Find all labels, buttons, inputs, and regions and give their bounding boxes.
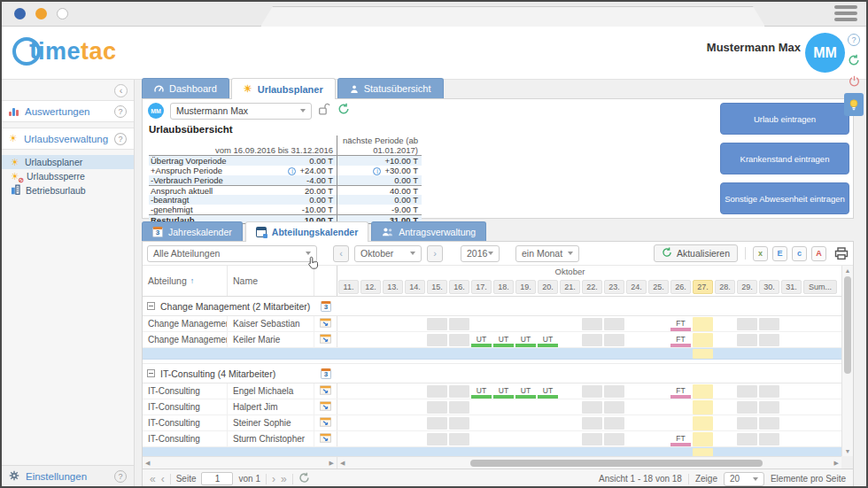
calendar-day-cell[interactable] — [537, 399, 559, 415]
calendar-day-cell[interactable] — [692, 431, 714, 447]
refresh-button[interactable]: Aktualisieren — [654, 244, 738, 262]
day-header-today[interactable]: 27. — [692, 280, 714, 294]
calendar-day-cell[interactable] — [603, 447, 625, 456]
calendar-day-cell[interactable] — [603, 415, 625, 431]
calendar-day-cell[interactable] — [360, 316, 382, 332]
calendar-day-cell[interactable] — [360, 399, 382, 415]
calendar-day-cell[interactable]: UT — [515, 383, 537, 399]
calendar-day-cell[interactable] — [337, 383, 360, 399]
calendar-day-cell[interactable] — [492, 399, 515, 415]
calendar-day-cell[interactable] — [559, 332, 581, 348]
vacation-mark[interactable]: UT — [538, 333, 558, 347]
calendar-day-cell[interactable]: FT — [670, 383, 692, 399]
calendar-day-cell[interactable] — [714, 348, 736, 360]
calendar-day-cell[interactable] — [625, 332, 647, 348]
calendar-day-cell[interactable] — [382, 316, 404, 332]
calendar-day-cell[interactable] — [537, 431, 559, 447]
calendar-day-cell[interactable] — [382, 415, 404, 431]
calendar-day-cell[interactable] — [758, 383, 780, 399]
calendar-day-cell[interactable]: FT — [670, 431, 692, 447]
calendar-day-cell[interactable]: UT — [537, 332, 559, 348]
calendar-day-cell[interactable] — [559, 447, 581, 456]
calendar-day-cell[interactable] — [714, 332, 736, 348]
calendar-day-cell[interactable] — [448, 348, 470, 360]
calendar-day-cell[interactable] — [404, 415, 426, 431]
calendar-day-cell[interactable]: UT — [470, 332, 492, 348]
employee-row[interactable]: Change ManagementKaiser SebastianFT — [143, 316, 841, 332]
day-header[interactable]: 29. — [736, 280, 758, 294]
employee-row[interactable]: IT-ConsultingSturm ChristopherFT — [143, 431, 841, 447]
calendar-day-cell[interactable] — [515, 399, 537, 415]
calendar-day-cell[interactable] — [603, 383, 625, 399]
calendar-day-cell[interactable] — [625, 431, 647, 447]
scroll-right-icon[interactable]: ▶ — [329, 457, 334, 469]
calendar-day-cell[interactable] — [360, 447, 382, 456]
calendar-day-cell[interactable] — [515, 431, 537, 447]
refresh-icon[interactable] — [337, 103, 350, 119]
calendar-day-cell[interactable] — [670, 447, 692, 456]
calendar-day-cell[interactable] — [758, 431, 780, 447]
calendar-day-cell[interactable] — [426, 431, 448, 447]
calendar-day-cell[interactable] — [492, 316, 515, 332]
vacation-mark[interactable]: UT — [515, 384, 536, 399]
calendar-day-cell[interactable] — [692, 415, 714, 431]
tab-jahreskalender[interactable]: 3Jahreskalender — [142, 221, 243, 241]
calendar-day-cell[interactable] — [426, 332, 448, 348]
calendar-day-cell[interactable] — [581, 399, 603, 415]
day-header[interactable]: 22. — [581, 280, 603, 294]
calendar-day-cell[interactable] — [581, 348, 603, 360]
calendar-day-cell[interactable] — [647, 415, 670, 431]
page-size-select[interactable]: 20 — [724, 472, 764, 486]
calendar-day-cell[interactable] — [426, 399, 448, 415]
calendar-day-cell[interactable] — [714, 415, 736, 431]
calendar-day-cell[interactable] — [714, 447, 736, 456]
employee-detail-icon[interactable] — [320, 417, 331, 429]
range-select[interactable]: ein Monat — [515, 245, 579, 262]
calendar-day-cell[interactable] — [448, 383, 470, 399]
action-button-1[interactable]: Krankenstand eintragen — [720, 143, 849, 174]
employee-row[interactable]: IT-ConsultingSteiner Sophie — [143, 415, 841, 431]
calendar-day-cell[interactable] — [647, 348, 670, 360]
calendar-day-cell[interactable] — [714, 431, 736, 447]
employee-row[interactable]: IT-ConsultingHalpert Jim — [143, 399, 841, 415]
calendar-day-cell[interactable] — [758, 316, 780, 332]
day-header[interactable]: 11. — [337, 280, 360, 294]
tab-antragsverwaltung[interactable]: Antragsverwaltung — [371, 221, 486, 241]
calendar-day-cell[interactable] — [603, 399, 625, 415]
calendar-day-cell[interactable] — [670, 415, 692, 431]
calendar-day-cell[interactable] — [647, 447, 670, 456]
scroll-right-icon[interactable]: ▶ — [834, 457, 839, 469]
calendar-day-cell[interactable] — [647, 431, 670, 447]
print-icon[interactable] — [834, 247, 849, 260]
calendar-day-cell[interactable] — [537, 348, 559, 360]
day-header[interactable]: 24. — [625, 280, 647, 294]
day-header[interactable]: 31. — [780, 280, 802, 294]
next-month-button[interactable]: › — [427, 245, 443, 262]
calendar-day-cell[interactable] — [692, 399, 714, 415]
power-icon[interactable] — [846, 73, 862, 89]
day-header[interactable]: 13. — [382, 280, 404, 294]
calendar-day-cell[interactable] — [647, 383, 670, 399]
calendar-day-cell[interactable] — [736, 447, 758, 456]
day-header[interactable]: 23. — [603, 280, 625, 294]
vacation-mark[interactable]: UT — [471, 333, 492, 347]
calendar-day-cell[interactable] — [492, 415, 515, 431]
lock-open-icon[interactable] — [318, 103, 331, 119]
tab-urlaubsplaner[interactable]: ☀Urlaubsplaner — [231, 78, 336, 99]
collapse-group-icon[interactable] — [147, 369, 155, 377]
calendar-day-cell[interactable]: UT — [515, 332, 537, 348]
group-header-row[interactable]: Change Management (2 Mitarbeiter)3 — [143, 297, 841, 316]
calendar-day-cell[interactable] — [537, 415, 559, 431]
calendar-day-cell[interactable] — [692, 383, 714, 399]
calendar-day-cell[interactable] — [625, 399, 647, 415]
calendar-day-cell[interactable] — [404, 431, 426, 447]
calendar-day-cell[interactable] — [758, 348, 780, 360]
calendar-day-cell[interactable] — [470, 348, 492, 360]
calendar-day-cell[interactable]: FT — [670, 316, 692, 332]
day-header[interactable]: 25. — [647, 280, 670, 294]
calendar-day-cell[interactable] — [337, 431, 360, 447]
calendar-day-cell[interactable] — [404, 383, 426, 399]
scroll-left-icon[interactable]: ◀ — [145, 457, 150, 469]
calendar-day-cell[interactable] — [647, 316, 670, 332]
calendar-day-cell[interactable] — [714, 399, 736, 415]
